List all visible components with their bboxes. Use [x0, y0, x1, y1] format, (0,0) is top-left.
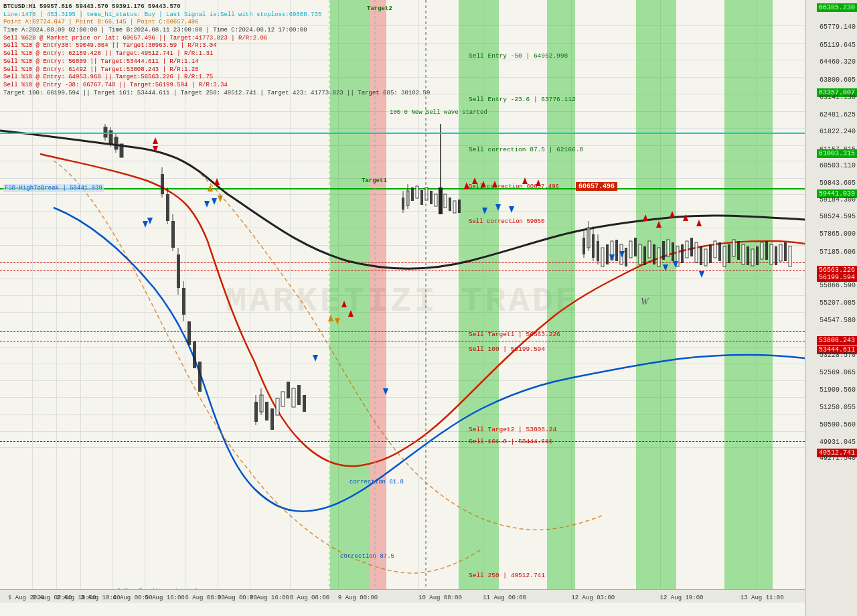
- new-sell-wave-label: 100 0 New Sell wave started: [390, 109, 487, 116]
- cyan-price-line: [0, 133, 805, 134]
- price-49271: 49271.540: [820, 455, 856, 462]
- time-label-9: 8 Aug 08:00: [290, 595, 329, 601]
- info-overlay: BTCUSD:H1 59957.816 59443.570 59391.176 …: [3, 3, 430, 97]
- price-54547: 54547.580: [820, 317, 856, 324]
- current-price-box: 60657.496: [576, 182, 617, 191]
- svg-marker-124: [619, 251, 625, 258]
- green-band-2: [459, 0, 499, 603]
- time-axis: 1 Aug 2024 2 Aug 02:00 2 Aug 18:00 3 Aug…: [0, 589, 805, 603]
- svg-marker-129: [218, 196, 223, 202]
- svg-rect-40: [430, 191, 433, 204]
- chart-area: MARKETIZI TRADE: [0, 0, 805, 603]
- svg-rect-20: [254, 402, 258, 422]
- info-line-6: Sell %10 @ Entry: 62189.428 || Target:49…: [3, 50, 430, 58]
- time-label-8: 7 Aug 16:00: [250, 595, 289, 601]
- svg-rect-57: [611, 241, 613, 260]
- svg-rect-9: [166, 194, 169, 221]
- price-55866: 55866.590: [820, 282, 856, 289]
- svg-marker-116: [204, 201, 210, 208]
- svg-rect-30: [297, 385, 301, 405]
- price-64460: 64460.320: [820, 58, 856, 66]
- svg-rect-97: [439, 187, 443, 214]
- svg-rect-47: [582, 238, 585, 254]
- price-62481: 62481.625: [820, 111, 856, 119]
- svg-marker-115: [147, 218, 153, 224]
- time-label-11: 10 Aug 08:00: [418, 595, 462, 601]
- svg-marker-122: [509, 206, 514, 213]
- price-61003: 61003.315: [817, 149, 857, 158]
- info-line-9: Sell %10 @ Entry: 64953.968 || Target:56…: [3, 74, 430, 82]
- svg-rect-60: [625, 248, 627, 266]
- price-59843: 59843.605: [820, 179, 856, 187]
- time-label-15: 13 Aug 11:00: [741, 595, 784, 601]
- price-65779: 65779.140: [820, 23, 856, 31]
- svg-rect-61: [629, 241, 632, 258]
- price-65119: 65119.645: [820, 42, 856, 49]
- svg-rect-7: [161, 174, 164, 194]
- svg-rect-44: [449, 198, 451, 211]
- price-63800: 63800.605: [820, 76, 856, 84]
- svg-rect-95: [789, 246, 791, 266]
- info-line-4: Sell %628 @ Market price or lat: 60657.4…: [3, 35, 430, 43]
- svg-rect-34: [406, 191, 409, 206]
- price-55207: 55207.085: [820, 299, 856, 307]
- price-63141: 63141.130: [820, 94, 856, 101]
- svg-rect-27: [281, 392, 285, 406]
- sell-target2-line: [0, 331, 805, 332]
- info-line-8: Sell %10 @ Entry: 61492 || Target:53808.…: [3, 66, 430, 74]
- price-50590: 50590.560: [820, 421, 856, 429]
- svg-rect-78: [709, 244, 712, 263]
- correction-87-label: correction 87.5: [340, 553, 394, 560]
- price-60503: 60503.110: [820, 162, 856, 169]
- info-line-7: Sell %10 @ Entry: 56809 || Target:53444.…: [3, 58, 430, 66]
- correction-61-label: correction 61.8: [349, 479, 404, 485]
- price-51250: 51250.055: [820, 404, 856, 411]
- green-band-3: [547, 0, 575, 603]
- price-53228: 53228.570: [820, 352, 856, 359]
- svg-marker-113: [696, 220, 702, 226]
- sell-250-line: [0, 441, 805, 442]
- price-53808: 53808.243: [817, 336, 857, 345]
- sell-corr-87-label: Sell correction 87.5 | 62166.8: [469, 146, 583, 153]
- svg-rect-56: [606, 244, 609, 264]
- watermark: MARKETIZI TRADE: [226, 282, 579, 321]
- svg-rect-59: [620, 244, 623, 264]
- sell-entry-23-label: Sell Entry -23.6 | 63776.112: [469, 96, 576, 103]
- info-line-11: Target 100: 66199.594 || Target 161: 534…: [3, 90, 430, 98]
- svg-marker-98: [153, 137, 158, 144]
- info-line-10: Sell %10 @ Entry -38: 66767.748 || Targe…: [3, 82, 430, 90]
- svg-rect-79: [714, 241, 716, 258]
- svg-rect-19: [198, 362, 202, 392]
- svg-rect-93: [779, 244, 782, 261]
- svg-rect-51: [592, 234, 595, 258]
- sell-corr-59050-label: Sell correction 59050: [469, 218, 544, 225]
- time-label-12: 11 Aug 00:00: [483, 595, 526, 601]
- price-56199: 56199.594: [817, 273, 857, 282]
- sell-250-label: Sell 250 | 49512.741: [469, 572, 545, 579]
- price-61822: 61822.240: [820, 128, 856, 135]
- price-58524: 58524.595: [820, 213, 856, 220]
- price-52569: 52569.065: [820, 369, 856, 376]
- sell-161-line: [0, 341, 805, 341]
- svg-rect-6: [120, 144, 123, 157]
- sell-entry-50-label: Sell Entry -50 | 64952.998: [469, 52, 568, 60]
- fsb-price-line: [0, 188, 805, 189]
- svg-rect-55: [601, 248, 604, 266]
- fsb-label: FSB-HighToBreak | 59441.039: [3, 184, 104, 192]
- svg-rect-74: [690, 238, 693, 256]
- svg-rect-43: [444, 194, 447, 208]
- sell-target1-label: Sell Target1 | 56563.226: [469, 331, 560, 338]
- svg-rect-32: [402, 198, 404, 210]
- time-label-5: 5 Aug 16:00: [145, 595, 184, 601]
- sell-161-label: Sell 161.8 | 53444.611: [469, 438, 552, 445]
- svg-rect-24: [265, 402, 268, 420]
- svg-rect-11: [171, 221, 175, 248]
- sell-100-label: Sell 100 | 56199.594: [469, 345, 545, 353]
- svg-rect-41: [435, 194, 437, 206]
- svg-rect-25: [270, 408, 274, 430]
- svg-rect-38: [420, 190, 423, 205]
- green-band-4: [636, 0, 676, 603]
- target1-label: Target1: [362, 177, 387, 184]
- sell-target1-line: [0, 262, 805, 263]
- price-57185: 57185.606: [820, 248, 856, 256]
